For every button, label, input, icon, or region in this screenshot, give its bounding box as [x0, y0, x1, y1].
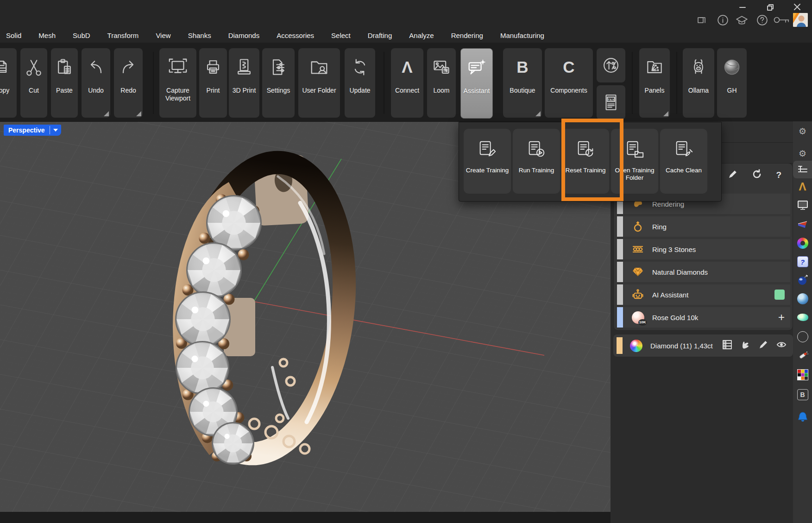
svg-text:TAX: TAX	[608, 98, 614, 102]
circle-outline-icon[interactable]	[793, 329, 812, 345]
color-wheel-icon[interactable]	[793, 235, 812, 251]
layer-row-rose-gold[interactable]: 10K Rose Gold 10k +	[617, 307, 790, 328]
refresh-icon[interactable]	[752, 169, 762, 181]
tutorial-highlight-box	[561, 119, 623, 201]
menu-diamonds[interactable]: Diamonds	[228, 32, 260, 39]
stack-icon[interactable]	[695, 13, 709, 27]
scissors-icon	[24, 54, 44, 81]
redo-button[interactable]: Redo	[114, 48, 143, 118]
menu-solid[interactable]: Solid	[6, 32, 21, 39]
percent-up-button[interactable]	[597, 48, 625, 82]
menu-manufacturing[interactable]: Manufacturing	[500, 32, 544, 39]
3d-print-button[interactable]: 3D Print	[229, 48, 259, 118]
components-button[interactable]: C Components	[545, 48, 593, 118]
menu-drafting[interactable]: Drafting	[368, 32, 392, 39]
user-folder-button[interactable]: User Folder	[298, 48, 340, 118]
gh-button[interactable]: GH	[717, 48, 747, 118]
menu-transform[interactable]: Transform	[107, 32, 139, 39]
layer-row-ring-3-stones[interactable]: Ring 3 Stones	[617, 239, 790, 259]
menu-mesh[interactable]: Mesh	[38, 32, 56, 39]
rose-gold-sphere-icon: 10K	[632, 311, 644, 323]
undo-button[interactable]: Undo	[82, 48, 110, 118]
menu-analyze[interactable]: Analyze	[409, 32, 434, 39]
flyout-triangle	[663, 111, 668, 116]
chevron-down-icon	[53, 129, 58, 134]
slice-icon[interactable]	[793, 217, 812, 233]
undo-arrow-icon	[86, 54, 106, 81]
cut-button[interactable]: Cut	[20, 48, 47, 118]
run-training-item[interactable]: Run Training	[513, 129, 560, 194]
refresh-arrows-icon	[350, 54, 370, 81]
toolbar-divider	[153, 52, 154, 114]
create-training-item[interactable]: Create Training	[464, 129, 511, 194]
tax-button[interactable]: TAX	[597, 85, 625, 120]
bell-icon[interactable]	[793, 410, 812, 425]
main-toolbar: Copy Cut Paste Undo Redo Capture Viewpor…	[0, 43, 812, 121]
help-icon[interactable]: ?	[776, 170, 781, 180]
menu-view[interactable]: View	[156, 32, 170, 39]
document-brush-icon	[673, 139, 694, 160]
viewport-title-tab[interactable]: Perspective	[4, 125, 61, 136]
color-checker-icon[interactable]	[793, 367, 812, 383]
display-icon[interactable]	[793, 197, 812, 213]
gem-icon[interactable]	[793, 309, 812, 325]
boxed-b-icon[interactable]: B	[793, 387, 812, 403]
info-icon[interactable]	[716, 13, 730, 27]
menu-bar: Solid Mesh SubD Transform View Shanks Di…	[0, 28, 812, 43]
folder-sparkles-icon	[644, 54, 665, 81]
table-grid-icon[interactable]	[722, 340, 732, 352]
assistant-button[interactable]: Assistant	[460, 48, 493, 119]
close-button[interactable]	[790, 2, 804, 12]
toolbar-divider	[676, 52, 677, 114]
paste-button[interactable]: Paste	[51, 48, 78, 118]
hand-pointer-icon[interactable]	[740, 340, 750, 352]
maximize-button[interactable]	[763, 2, 777, 12]
title-bar	[0, 0, 812, 28]
globe-icon[interactable]	[793, 291, 812, 307]
education-cap-icon[interactable]	[735, 13, 749, 27]
minimize-button[interactable]	[736, 2, 749, 12]
pencil-icon[interactable]	[758, 340, 768, 352]
layer-tree-tab[interactable]	[793, 161, 812, 178]
help-circle-icon[interactable]	[755, 13, 769, 27]
menu-subd[interactable]: SubD	[73, 32, 90, 39]
pencil-icon[interactable]	[728, 169, 738, 181]
menu-accessories[interactable]: Accessories	[277, 32, 314, 39]
flyout-triangle	[136, 111, 141, 116]
gold-a-icon[interactable]: Λ	[793, 179, 812, 195]
bomb-icon[interactable]	[793, 272, 812, 288]
menu-select[interactable]: Select	[331, 32, 351, 39]
add-icon[interactable]: +	[778, 312, 785, 322]
airbrush-icon[interactable]	[793, 348, 812, 364]
chat-sparkle-icon	[466, 54, 487, 81]
settings-button[interactable]: Settings	[262, 48, 295, 118]
print-button[interactable]: Print	[199, 48, 227, 118]
material-row-diamond[interactable]: Diamond (11) 1,43ct	[613, 334, 793, 357]
layer-color-swatch[interactable]	[774, 290, 785, 300]
boutique-button[interactable]: B Boutique	[503, 48, 542, 118]
connect-button[interactable]: Λ Connect	[391, 48, 423, 118]
update-button[interactable]: Update	[345, 48, 375, 118]
menu-shanks[interactable]: Shanks	[188, 32, 211, 39]
cache-clean-item[interactable]: Cache Clean	[660, 129, 707, 194]
viewport-bottom-strip	[0, 512, 611, 523]
capture-viewport-button[interactable]: Capture Viewport	[159, 48, 196, 118]
flyout-triangle	[104, 111, 109, 116]
panels-button[interactable]: Panels	[639, 48, 670, 118]
help-box-icon[interactable]: ?	[793, 254, 812, 270]
account-avatar[interactable]	[793, 13, 808, 27]
ring-icon	[632, 221, 644, 233]
ollama-button[interactable]: Ollama	[683, 48, 714, 118]
key-icon[interactable]	[773, 13, 791, 27]
layer-row-natural-diamonds[interactable]: Natural Diamonds	[617, 262, 790, 282]
gear-icon[interactable]: ⚙	[793, 145, 812, 161]
layer-row-ring[interactable]: Ring	[617, 216, 790, 237]
sphere-icon	[722, 54, 742, 81]
menu-rendering[interactable]: Rendering	[451, 32, 483, 39]
layer-row-ai-assistant[interactable]: AI Assistant	[617, 284, 790, 305]
eye-icon[interactable]	[776, 340, 787, 352]
copy-button[interactable]: Copy	[0, 48, 17, 118]
color-sphere-icon	[630, 340, 642, 352]
gear-icon[interactable]: ⚙	[793, 123, 812, 139]
loom-button[interactable]: Loom	[427, 48, 456, 118]
